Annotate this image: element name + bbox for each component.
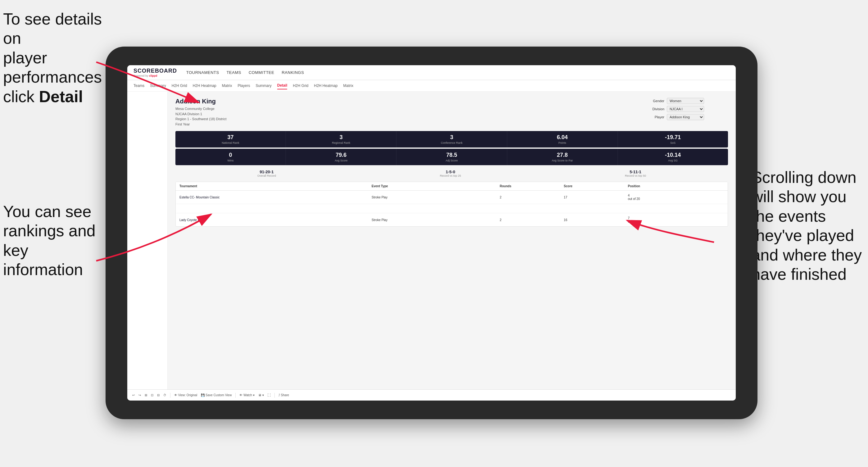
annotation-right: Scrolling down will show you the events … (751, 168, 862, 284)
toolbar-fullscreen[interactable]: ⛶ (268, 394, 271, 397)
filter-division-row: Division NJCAA I NJCAA II (647, 106, 728, 112)
toolbar-undo[interactable]: ↩ (132, 394, 135, 397)
tournament-name-2: Lady Coyote Invite (180, 218, 372, 222)
player-info: Addison King Mesa Community College NJCA… (176, 98, 226, 127)
col-event-type: Event Type (372, 184, 500, 188)
annotation-line1: To see details on (3, 10, 102, 47)
annotation-r2: will show you (751, 188, 846, 206)
stat-adj-score: 78.5 Adj Score (397, 149, 507, 165)
gender-label: Gender (647, 99, 664, 103)
toolbar-grid2[interactable]: ⊡ (151, 394, 153, 397)
stat-avg-score: 79.6 Avg Score (286, 149, 397, 165)
nav-bar: SCOREBOARD Powered by clippd TOURNAMENTS… (127, 65, 736, 80)
score-2: 16 (564, 218, 628, 222)
bottom-toolbar: ↩ ↪ ⊞ ⊡ ⊟ ⏱ 👁 View: Original 💾 Save Cust… (127, 390, 736, 401)
toolbar-grid1[interactable]: ⊞ (145, 394, 147, 397)
record-overall: 91-20-1 Overall Record (257, 169, 276, 177)
stat-wins: 0 Wins (176, 149, 286, 165)
annotation-bl3: key information (3, 241, 83, 279)
tournament-name-1: Estella CC- Mountain Classic (180, 196, 372, 199)
annotation-bold: Detail (39, 88, 83, 105)
sub-nav-h2h-grid2[interactable]: H2H Grid (293, 82, 308, 89)
annotation-r3: the events (751, 207, 826, 225)
toolbar-grid3[interactable]: ⊟ (157, 394, 160, 397)
gender-select[interactable]: Women Men (667, 98, 704, 104)
tablet-frame: SCOREBOARD Powered by clippd TOURNAMENTS… (105, 46, 757, 419)
sub-nav-matrix[interactable]: Matrix (222, 82, 232, 89)
table-row: Estella CC- Mountain Classic Stroke Play… (176, 191, 728, 204)
sub-nav-teams[interactable]: Teams (133, 82, 144, 89)
sub-nav-summary2[interactable]: Summary (255, 82, 271, 89)
annotation-top-left: To see details on player performances cl… (3, 9, 108, 106)
player-select[interactable]: Addison King (667, 114, 704, 120)
player-college: Mesa Community College (176, 107, 215, 111)
stat-sos: -19.71 SoS (618, 131, 728, 148)
toolbar-separator-1 (170, 393, 170, 398)
col-position: Position (628, 184, 724, 188)
tablet-screen: SCOREBOARD Powered by clippd TOURNAMENTS… (127, 65, 736, 401)
player-division: NJCAA Division 1 (176, 112, 202, 116)
annotation-r1: Scrolling down (751, 168, 856, 186)
player-label: Player (647, 115, 664, 119)
toolbar-separator-3 (274, 393, 275, 398)
col-rounds: Rounds (500, 184, 564, 188)
position-1: 4out of 20 (628, 194, 724, 200)
player-name: Addison King (176, 98, 226, 105)
sub-nav-detail[interactable]: Detail (277, 82, 287, 89)
stats-row-1: 37 National Rank 3 Regional Rank 3 Confe… (176, 131, 728, 148)
rounds-1: 2 (500, 196, 564, 199)
annotation-bl2: rankings and (3, 222, 96, 240)
logo-area: SCOREBOARD Powered by clippd (133, 68, 177, 77)
col-score: Score (564, 184, 628, 188)
toolbar-timer[interactable]: ⏱ (163, 394, 166, 397)
sub-nav-matrix2[interactable]: Matrix (343, 82, 353, 89)
sub-nav: Teams Summary H2H Grid H2H Heatmap Matri… (127, 80, 736, 92)
stat-avg-sg: -10.14 Avg SG (618, 149, 728, 165)
annotation-bottom-left: You can see rankings and key information (3, 202, 108, 279)
col-tournament: Tournament (180, 184, 372, 188)
toolbar-redo[interactable]: ↪ (138, 394, 141, 397)
stat-conference-rank: 3 Conference Rank (397, 131, 507, 148)
sub-nav-players[interactable]: Players (238, 82, 250, 89)
stat-avg-score-to-par: 27.8 Avg Score to Par (507, 149, 618, 165)
left-sidebar (127, 92, 168, 390)
toolbar-save-custom[interactable]: 💾 Save Custom View (201, 394, 231, 397)
event-type-2: Stroke Play (372, 218, 500, 222)
division-select[interactable]: NJCAA I NJCAA II (667, 106, 704, 112)
player-region: Region 1 - Southwest (18) District (176, 117, 226, 121)
event-type-1: Stroke Play (372, 196, 500, 199)
nav-item-tournaments[interactable]: TOURNAMENTS (186, 70, 219, 75)
sub-nav-h2h-heatmap[interactable]: H2H Heatmap (193, 82, 216, 89)
sub-nav-h2h-grid[interactable]: H2H Grid (172, 82, 187, 89)
player-year: First Year (176, 122, 190, 126)
toolbar-screen[interactable]: 🖥 ▾ (258, 394, 264, 397)
right-panel: Addison King Mesa Community College NJCA… (168, 92, 736, 390)
sub-nav-h2h-heatmap2[interactable]: H2H Heatmap (314, 82, 337, 89)
toolbar-view-original[interactable]: 👁 View: Original (174, 394, 197, 397)
player-header: Addison King Mesa Community College NJCA… (176, 98, 728, 127)
annotation-r4: they've played (751, 226, 854, 244)
annotation-bl1: You can see (3, 203, 91, 220)
position-2: 7out of 20 (628, 216, 724, 223)
rounds-2: 2 (500, 218, 564, 222)
division-label: Division (647, 107, 664, 111)
nav-item-teams[interactable]: TEAMS (227, 70, 241, 75)
stat-regional-rank: 3 Regional Rank (286, 131, 397, 148)
filter-player-row: Player Addison King (647, 114, 728, 120)
table-row: Lady Coyote Invite Stroke Play 2 16 7out… (176, 213, 728, 226)
annotation-line3: click (3, 88, 39, 105)
stats-row-2: 0 Wins 79.6 Avg Score 78.5 Adj Score 27.… (176, 149, 728, 165)
nav-item-rankings[interactable]: RANKINGS (282, 70, 304, 75)
record-top50: 5-11-1 Record vs top 50 (625, 169, 646, 177)
toolbar-watch[interactable]: 👁 Watch ▾ (239, 394, 254, 397)
logo-powered: Powered by clippd (133, 74, 177, 77)
sub-nav-summary[interactable]: Summary (150, 82, 166, 89)
nav-items: TOURNAMENTS TEAMS COMMITTEE RANKINGS (186, 70, 304, 75)
toolbar-share[interactable]: ⤴ Share (278, 394, 289, 397)
records-row: 91-20-1 Overall Record 1-5-0 Record vs t… (176, 168, 728, 179)
stat-national-rank: 37 National Rank (176, 131, 286, 148)
annotation-line2: player performances (3, 49, 102, 86)
table-row (176, 204, 728, 213)
nav-item-committee[interactable]: COMMITTEE (249, 70, 274, 75)
player-filters: Gender Women Men Division NJCAA I NJCAA … (647, 98, 728, 120)
